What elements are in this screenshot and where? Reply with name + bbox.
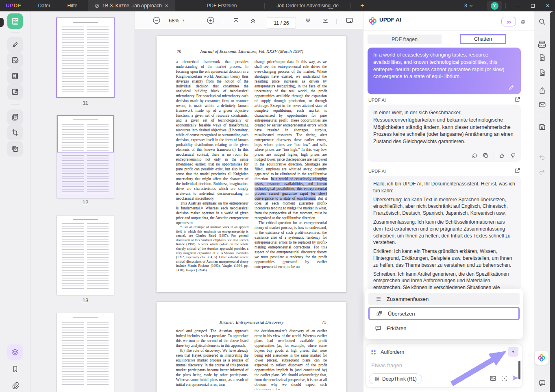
menu-datei[interactable]: Datei (35, 0, 53, 11)
updf-window: UPDF Datei Hilfe 1B-3. Kirzne...ian Appr… (0, 0, 555, 392)
signature-icon (11, 88, 19, 96)
prompt-selector[interactable]: Auffordern (370, 347, 404, 357)
organize-pages-button[interactable] (7, 109, 23, 125)
paperclip-icon (11, 381, 19, 389)
tab-chatten-segment[interactable]: Chatten (442, 35, 514, 44)
menu-item-uebersetzen[interactable]: Übersetzen (368, 307, 520, 320)
edit-message-button[interactable] (508, 85, 514, 91)
previous-page-button[interactable] (248, 16, 257, 25)
open-in-window-button[interactable] (514, 168, 520, 174)
thumbnail-page-11[interactable] (57, 18, 114, 97)
menu-item-label: Übersetzen (388, 311, 415, 317)
divider (11, 104, 20, 105)
panel-collapse-handle[interactable] (0, 18, 4, 27)
thumbs-down-icon[interactable] (510, 152, 516, 159)
thumb-tint (57, 152, 114, 198)
input-scrollbar[interactable] (518, 361, 520, 379)
body-text: change price/output data. In this way, a… (255, 60, 327, 181)
menu-item-zusammenfassen[interactable]: Zusammenfassen (368, 293, 520, 305)
go-top-icon (233, 17, 239, 24)
redo-button[interactable] (537, 167, 547, 177)
convert-button[interactable] (537, 52, 547, 63)
first-page-button[interactable] (231, 16, 240, 25)
thumbnail-label: 13 (57, 297, 114, 303)
page-columns: a theoretical framework that provides un… (176, 59, 327, 281)
zoom-out-button[interactable] (152, 16, 161, 25)
mode-switch: PDF fragen Chatten (368, 35, 514, 44)
attachments-button[interactable] (7, 377, 23, 392)
scanner-lid-icon (539, 41, 545, 43)
response-actions (472, 152, 516, 159)
copy-icon[interactable] (483, 152, 489, 159)
reader-mode-button[interactable] (7, 13, 23, 29)
thumb-content (84, 26, 87, 92)
tab-close-icon[interactable]: ✕ (165, 3, 168, 9)
search-icon (538, 18, 546, 26)
tab-job-order[interactable]: Job Order for Advertising_de (265, 0, 350, 11)
search-button[interactable] (537, 16, 547, 27)
ai-sender-label: UPDF AI (368, 98, 386, 102)
tab-active-document[interactable]: 1B-3. Kirzne...ian Approach ✕ (88, 0, 175, 11)
next-page-button[interactable] (303, 16, 312, 25)
thumbnail-page-12[interactable] (57, 115, 114, 198)
tab-pdf-erstellen[interactable]: PDF Erstellen (179, 0, 264, 11)
share-button[interactable] (537, 85, 547, 96)
tab-count: 3 (464, 3, 467, 9)
crop-button[interactable] (7, 125, 23, 140)
new-tab-button[interactable]: + (356, 0, 368, 11)
bookmarks-button[interactable] (7, 361, 23, 377)
minus-circle-icon (152, 16, 161, 24)
mail-button[interactable] (537, 99, 547, 110)
body-text-italic: ticed and grasped. (176, 329, 208, 333)
panel-title: UPDF AI (379, 17, 401, 23)
deepthink-icon (374, 376, 380, 382)
tab-count-dropdown[interactable]: 3 (464, 0, 473, 11)
double-chevron-down-icon (305, 17, 311, 24)
last-page-button[interactable] (321, 16, 330, 25)
account-button[interactable]: Y (487, 1, 502, 11)
tab-pdf-fragen[interactable]: PDF fragen (368, 35, 442, 44)
layers-button[interactable] (7, 344, 23, 360)
ai-response-text: In einer Welt, in der sich Geschmäcker, … (373, 110, 514, 144)
minimize-button[interactable]: ─ (512, 0, 523, 11)
edit-pdf-button[interactable] (7, 52, 23, 68)
page-number-input[interactable] (267, 17, 296, 29)
collapsed-panel-edge[interactable] (550, 11, 555, 392)
open-in-window-button[interactable] (514, 96, 520, 102)
menu-item-erklaeren[interactable]: Erklären (368, 322, 520, 334)
zoom-level-button[interactable]: 68% ▾ (169, 16, 185, 25)
forms-button[interactable] (7, 68, 23, 84)
deepthink-toggle[interactable]: DeepThink (R1) (369, 373, 422, 384)
thumbnail-page-14[interactable] (57, 313, 114, 392)
form-icon (11, 72, 19, 80)
convert-page-icon (538, 54, 546, 61)
clear-chat-button[interactable] (520, 18, 527, 25)
presentation-button[interactable] (345, 16, 354, 25)
running-header: Kirzner: Entrepreneurial Discovery (176, 320, 327, 324)
double-chevron-up-icon (250, 17, 257, 24)
undo-button[interactable] (537, 152, 547, 163)
pdf-page-70: 70 Journal of Economic Literature, Vol. … (157, 36, 346, 292)
right-column: change price/output data. In this way, a… (255, 59, 327, 281)
updf-ai-floating-button[interactable] (535, 351, 548, 365)
zoom-in-button[interactable] (206, 16, 215, 25)
body-text: a theoretical framework that provides un… (176, 59, 248, 201)
tab-chatten[interactable]: Chatten (460, 34, 506, 44)
protect-button[interactable] (537, 67, 547, 78)
save-button[interactable] (537, 122, 547, 132)
close-button[interactable]: ✕ (542, 0, 553, 11)
menu-hilfe[interactable]: Hilfe (64, 0, 81, 11)
tab-label: PDF Erstellen (207, 3, 237, 9)
divider (336, 19, 337, 24)
unlimited-credits-button[interactable]: ∞ (501, 17, 516, 26)
thumbs-up-icon[interactable] (499, 152, 505, 159)
watermark-button[interactable] (7, 141, 23, 157)
thumbnail-page-13[interactable] (57, 216, 114, 295)
annotate-button[interactable] (7, 37, 23, 52)
ocr-button[interactable]: OCR (537, 39, 547, 49)
comments-button[interactable] (537, 377, 547, 388)
sign-button[interactable] (7, 84, 23, 100)
regenerate-icon[interactable] (472, 152, 478, 159)
maximize-button[interactable] (527, 0, 538, 11)
viewport-indicator[interactable] (57, 115, 114, 152)
